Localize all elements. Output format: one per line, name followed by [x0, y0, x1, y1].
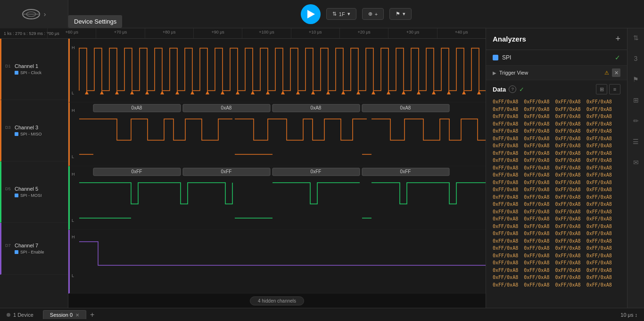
session-0-close-icon[interactable]: ✕ [75, 313, 79, 318]
trigger-button[interactable]: ⇅ 1F ▾ [326, 8, 356, 20]
channel-7-id: D7 [5, 243, 13, 248]
add-channel-button[interactable]: ⊕ + [362, 8, 384, 20]
svg-marker-7 [115, 91, 119, 94]
trigger-chevron-icon: ▶ [493, 70, 496, 76]
trigger-view-label: Trigger View [499, 70, 602, 76]
channel-5-protocol-dot [15, 194, 18, 197]
channel-7-sidebar[interactable]: D7 Channel 7 SPI - Enable [0, 223, 68, 275]
sidebar-toggle-button[interactable]: › [0, 0, 68, 28]
data-info-icon[interactable]: ? [509, 85, 516, 93]
svg-marker-14 [221, 91, 224, 94]
channel-7-protocol-name: SPI - Enable [20, 250, 44, 254]
svg-text:0xFF: 0xFF [311, 169, 322, 174]
data-status-icon: ✓ [519, 86, 524, 93]
svg-text:H: H [72, 108, 75, 113]
trigger-view-close-button[interactable]: ✕ [612, 68, 620, 77]
svg-marker-20 [311, 91, 315, 94]
session-0-tab[interactable]: Session 0 ✕ [43, 310, 86, 319]
time-display: 10 μs ↕ [620, 312, 637, 318]
ruler-tick-7: +30 μs [388, 28, 437, 38]
channel-1-sidebar[interactable]: D1 Channel 1 SPI - Clock [0, 39, 68, 100]
strip-icon-menu[interactable]: ☰ [630, 136, 642, 147]
ruler-tick-3: +90 μs [193, 28, 242, 38]
strip-icon-trigger[interactable]: ⇅ [630, 32, 642, 43]
svg-marker-26 [402, 91, 405, 94]
channel-3-sidebar[interactable]: D3 Channel 3 SPI - MISO [0, 100, 68, 161]
spi-status-icon: ✓ [615, 54, 620, 61]
right-icon-strip: ⇅ 3 ⚑ ⊞ ✏ ☰ ✉ [627, 28, 644, 308]
channel-sidebar: D1 Channel 1 SPI - Clock D3 Channel 3 [0, 39, 68, 308]
flag-dropdown-icon: ▾ [403, 11, 405, 17]
time-ruler: 1 ks : 270 s : 529 ms : 700 μs +60 μs +7… [0, 28, 486, 39]
channel-5-id: D5 [5, 186, 13, 191]
trigger-view-row[interactable]: ▶ Trigger View ⚠ ✕ [486, 66, 627, 80]
svg-text:H: H [72, 235, 75, 239]
svg-marker-10 [160, 91, 164, 94]
data-table-view-button[interactable]: ⊞ [596, 84, 607, 94]
strip-icon-edit[interactable]: ✏ [630, 115, 642, 127]
svg-marker-30 [462, 91, 466, 94]
data-values-text: 0xFF/0xA8 0xFF/0xA8 0xFF/0xA8 0xFF/0xA8 … [493, 98, 620, 288]
device-dot-icon [7, 313, 10, 317]
svg-marker-9 [145, 91, 149, 94]
device-info[interactable]: 1 Device [7, 312, 33, 318]
channel-3-svg-container: H 0xA8 0xA8 0xA8 0xA8 [70, 102, 486, 166]
waveforms-area: H L [68, 39, 486, 308]
svg-marker-13 [206, 91, 209, 94]
svg-marker-28 [432, 91, 436, 94]
channel-5-sidebar[interactable]: D5 Channel 5 SPI - MOSI [0, 161, 68, 223]
channel-7-waveform-svg: H L [70, 230, 486, 293]
svg-marker-11 [175, 91, 179, 94]
svg-text:L: L [72, 91, 74, 95]
channel-3-waveform-svg: H 0xA8 0xA8 0xA8 0xA8 [70, 102, 486, 166]
spi-analyzer-row[interactable]: SPI ✓ [486, 50, 627, 66]
session-0-label: Session 0 [50, 312, 73, 318]
trigger-label: 1F [339, 11, 345, 17]
play-button[interactable] [301, 4, 321, 24]
channel-3-id: D3 [5, 125, 13, 130]
ruler-tick-1: +70 μs [96, 28, 144, 38]
flag-button[interactable]: ⚑ ▾ [389, 8, 412, 20]
add-session-button[interactable]: + [87, 311, 97, 319]
svg-text:L: L [72, 154, 74, 159]
hidden-channels-bar: 4 hidden channels [68, 294, 486, 308]
channel-1-waveform: H L [68, 39, 486, 102]
svg-marker-25 [387, 91, 390, 94]
svg-text:0xA8: 0xA8 [311, 105, 322, 110]
sidebar-chevron-icon: › [44, 10, 46, 18]
svg-marker-21 [326, 91, 330, 94]
svg-text:L: L [72, 218, 74, 223]
channel-7-waveform: H L [68, 230, 486, 294]
right-panel: Analyzers + SPI ✓ ▶ Trigger View ⚠ ✕ Dat… [486, 28, 627, 308]
strip-icon-chat[interactable]: ✉ [630, 157, 642, 168]
toolbar-center: ⇅ 1F ▾ ⊕ + ⚑ ▾ [68, 4, 644, 24]
channel-1-name: Channel 1 [15, 63, 38, 69]
strip-icon-grid[interactable]: ⊞ [630, 94, 642, 106]
channel-7-protocol-dot [15, 250, 18, 254]
device-settings-tooltip: Device Settings [68, 15, 122, 28]
svg-marker-16 [251, 91, 255, 94]
hidden-channels-badge: 4 hidden channels [250, 296, 304, 305]
svg-text:0xA8: 0xA8 [221, 105, 232, 110]
channel-5-name: Channel 5 [15, 186, 38, 192]
data-view-buttons: ⊞ ≡ [596, 84, 620, 94]
play-icon [307, 10, 315, 18]
strip-icon-3[interactable]: 3 [630, 53, 642, 64]
spi-indicator [493, 55, 498, 60]
channel-3-protocol-row: SPI - MISO [5, 132, 64, 136]
channel-3-protocol-dot [15, 132, 18, 136]
add-analyzer-button[interactable]: + [615, 34, 620, 44]
device-count-label: 1 Device [13, 312, 33, 318]
strip-icon-flag[interactable]: ⚑ [630, 74, 642, 85]
channel-7-protocol-row: SPI - Enable [5, 250, 64, 254]
device-logo-icon [22, 8, 40, 20]
tabs-area: Session 0 ✕ + [43, 310, 98, 319]
ruler-ticks: +60 μs +70 μs +80 μs +90 μs +100 μs +10 … [47, 28, 486, 38]
svg-marker-22 [341, 91, 345, 94]
channel-1-protocol-name: SPI - Clock [20, 70, 41, 75]
channel-1-svg-container: H L [70, 39, 486, 102]
add-channel-label: + [375, 11, 378, 17]
data-header: Data ? ✓ ⊞ ≡ [486, 80, 627, 96]
data-list-view-button[interactable]: ≡ [609, 84, 620, 94]
svg-text:L: L [72, 273, 74, 278]
